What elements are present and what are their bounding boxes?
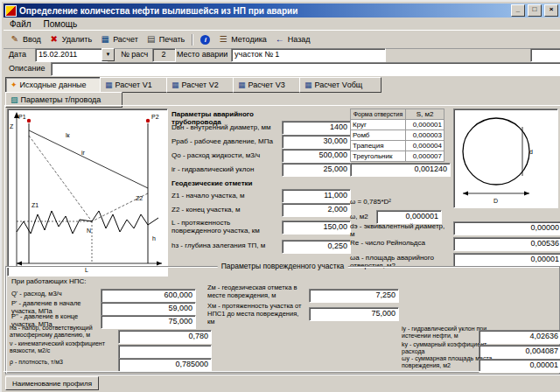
title-bar[interactable]: Определение количества нефти вылившейся … [4,4,560,18]
tab-calc-v3[interactable]: ▦ Расчет V3 [233,77,306,93]
equiv-diameter-field[interactable]: 0,00000 [453,221,560,235]
info-button[interactable]: i [197,32,214,47]
calculator-icon: ▦ [304,81,312,89]
profile-name-tab[interactable]: Наименование профиля [5,376,99,390]
calc-number-field[interactable]: 2 [152,48,176,62]
prab-label: Pраб - рабочее давление, МПа [172,137,278,145]
tab-source-data[interactable]: ✦ Исходные данные [5,77,107,93]
pencil-icon: ✎ [10,34,20,45]
shape-area[interactable]: 0,000001 [406,120,444,130]
menu-bar: Файл Помощь [4,18,560,30]
book-icon: ☰ [218,34,228,45]
viscosity-field[interactable] [118,345,212,359]
table-row[interactable]: Трапеция 0,000004 [351,141,444,151]
pressure-end-field[interactable]: 75,000 [101,315,196,329]
calculator-icon: ▦ [172,81,179,89]
delete-button[interactable]: ✖ Удалить [46,32,95,47]
qo-label: Qо - расход жидкости, м3/ч [172,151,278,159]
input-button[interactable]: ✎ Ввод [6,32,45,47]
z2-label: Z2 - конец участка, м [172,206,278,214]
date-label: Дата [9,50,26,59]
tab-calc-v1[interactable]: ▦ Расчет V1 [100,77,173,93]
svg-text:lк: lк [66,132,71,138]
description-field[interactable] [51,62,560,76]
reynolds-label: Re - число Рейнольдса [350,239,448,247]
shape-area[interactable]: 0,000003 [406,130,444,141]
aux-field[interactable] [530,48,560,62]
svg-text:d: d [529,149,533,155]
tab-calc-v2[interactable]: ▦ Расчет V2 [166,77,240,93]
status-bar: Наименование профиля [4,371,560,392]
shape-column-header: Форма отверстия [351,109,406,120]
pipe-section-diagram: d D [453,108,558,208]
hole-area-total-field[interactable]: 0,001240 [350,163,451,177]
qo-field[interactable]: 500,000 [282,149,351,163]
info-icon: i [200,35,210,45]
app-window: Определение количества нефти вылившейся … [0,0,560,392]
method-button[interactable]: ☰ Методика [214,32,270,47]
table-row[interactable]: Круг 0,000001 [351,120,444,130]
pressure-start-field[interactable]: 59,000 [101,302,196,316]
table-row[interactable]: Треугольник 0,000007 [351,151,444,162]
window-title: Определение количества нефти вылившейся … [19,6,508,16]
damaged-section-group: Параметры поврежденного участка При рабо… [5,266,560,374]
shape-area[interactable]: 0,000007 [406,151,444,162]
flow-field[interactable]: 600,000 [101,289,196,303]
svg-text:iг: iг [81,150,86,156]
atm-head-field[interactable]: 0,780 [118,330,212,344]
prab-field[interactable]: 30,000 [282,135,351,149]
tab-calc-vtotal[interactable]: ▦ Расчет Vобщ [299,77,382,93]
svg-text:Z2: Z2 [136,195,143,201]
density-field[interactable]: 0,785000 [118,358,212,372]
calculator-icon: ▦ [238,81,246,89]
table-row[interactable]: Ромб 0,000003 [351,130,444,141]
pipe-icon: ▨ [10,96,18,104]
back-button[interactable]: ← Назад [271,32,314,47]
menu-help[interactable]: Помощь [38,19,84,29]
hole-area-field[interactable]: 0,00001 [453,253,560,267]
equiv-diameter-label: dэ - эквивалентный диаметр, м [350,222,448,239]
maximize-button[interactable]: □ [528,4,542,17]
svg-text:P1: P1 [18,114,26,120]
shape-name: Трапеция [351,141,406,151]
star-icon: ✦ [10,81,18,89]
app-icon [5,5,17,17]
pump-stations-title: При работающих НПС: [11,277,125,285]
accident-place-field[interactable]: участок № 1 [231,48,386,62]
z1-field[interactable]: 11,000 [282,189,351,203]
accident-place-label: Место аварии [177,50,228,59]
shape-area[interactable]: 0,000004 [406,141,444,151]
svg-text:D: D [494,198,498,204]
print-button[interactable]: ▤ Печать [143,32,188,47]
z2-field[interactable]: 2,000 [282,203,351,217]
svg-text:P2: P2 [151,114,159,120]
calculator-icon: ▦ [105,81,113,89]
depth-label: hз - глубина залегания ТП, м [172,242,278,249]
back-arrow-icon: ← [275,34,285,45]
calculate-button[interactable]: ▦ Расчет [96,32,142,47]
date-dropdown-button[interactable]: ▼ [102,48,115,61]
atm-head-label: hа - напор, соответствующий атмосферному… [10,325,115,340]
svg-text:N: N [87,228,91,234]
menu-file[interactable]: Файл [4,19,38,29]
depth-field[interactable]: 0,250 [282,240,351,254]
length-label: L - протяженность поврежденного участка,… [172,219,278,235]
reynolds-field[interactable]: 0,00536 [453,237,560,251]
hole-shape-table: Форма отверстия S, м2 Круг 0,000001 Ромб… [350,108,444,162]
description-label: Описание [9,64,45,73]
dvn-field[interactable]: 1400 [282,121,351,135]
close-button[interactable]: × [544,4,558,17]
pipe-section-svg: d D [454,109,556,206]
date-field[interactable]: 15.02.2011 [35,48,108,62]
damage-elevation-field[interactable]: 7,250 [309,289,399,303]
length-field[interactable]: 150,00 [282,220,351,234]
damage-distance-field[interactable]: 75,000 [309,307,399,321]
flow-label: Q' - расход, м3/ч [11,290,97,298]
minimize-button[interactable]: _ [511,4,525,17]
density-label: ρ - плотность, т/м3 [10,359,115,366]
geodetic-heading: Геодезические отметки [172,179,294,187]
area-column-header: S, м2 [406,109,444,120]
delete-icon: ✖ [49,34,60,45]
shape-name: Круг [351,120,406,130]
slope-field[interactable]: 25,000 [282,163,351,177]
